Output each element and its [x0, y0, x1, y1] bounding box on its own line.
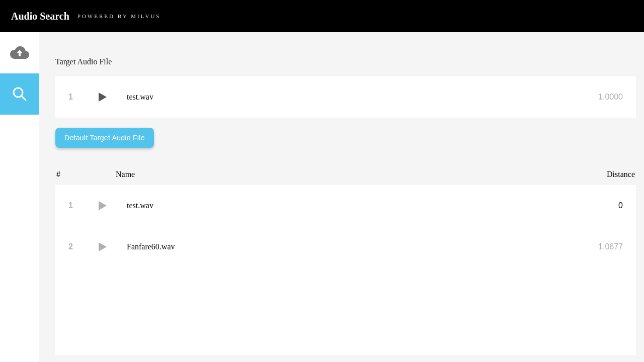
- main-content: Target Audio File 1 test.wav 1.0000 Defa…: [39, 32, 644, 362]
- sidebar: [0, 32, 39, 362]
- play-icon: [99, 201, 107, 210]
- result-filename: Fanfare60.wav: [127, 242, 598, 251]
- app-subtitle: POWERED BY MILVUS: [77, 13, 161, 19]
- target-section-label: Target Audio File: [55, 57, 636, 66]
- result-row: 2 Fanfare60.wav 1.0677: [55, 226, 636, 267]
- play-icon: [99, 242, 107, 251]
- target-audio-card: 1 test.wav 1.0000: [55, 76, 636, 118]
- result-row: 1 test.wav 0: [55, 185, 636, 226]
- result-play-button[interactable]: [99, 242, 127, 251]
- result-play-button[interactable]: [99, 201, 127, 210]
- target-play-button[interactable]: [99, 93, 127, 102]
- svg-line-1: [22, 96, 26, 100]
- play-icon: [99, 93, 107, 102]
- default-target-button[interactable]: Default Target Audio File: [55, 128, 154, 148]
- sidebar-item-search[interactable]: [0, 73, 39, 115]
- search-icon: [12, 86, 28, 102]
- result-index: 2: [68, 242, 99, 251]
- target-index: 1: [68, 93, 99, 102]
- column-index: #: [56, 170, 116, 179]
- column-name: Name: [116, 170, 607, 179]
- result-filename: test.wav: [127, 201, 618, 210]
- target-filename: test.wav: [127, 93, 598, 102]
- results-list: 1 test.wav 0 2 Fanfare60.wav 1.0677: [55, 185, 636, 355]
- upload-cloud-icon: [10, 46, 30, 60]
- result-distance: 0: [618, 201, 623, 210]
- results-header: # Name Distance: [55, 170, 636, 185]
- column-distance: Distance: [607, 170, 635, 179]
- sidebar-item-upload[interactable]: [0, 32, 39, 73]
- result-distance: 1.0677: [598, 242, 623, 251]
- app-title: Audio Search: [11, 11, 69, 22]
- result-index: 1: [68, 201, 99, 210]
- app-header: Audio Search POWERED BY MILVUS: [0, 0, 644, 32]
- target-distance: 1.0000: [598, 93, 623, 102]
